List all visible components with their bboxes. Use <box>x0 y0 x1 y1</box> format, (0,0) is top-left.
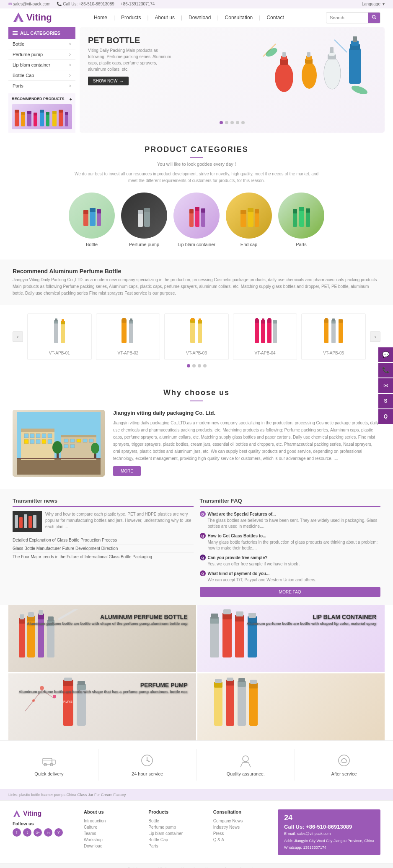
product-card-1[interactable]: VT-APB-01 <box>27 313 92 360</box>
news-main-text: Why and how to compare each plastic type… <box>45 511 194 532</box>
footer-prod-cap[interactable]: Bottle Cap <box>148 837 204 843</box>
footer-about-workshop[interactable]: Workshop <box>84 837 140 843</box>
svg-rect-113 <box>36 434 40 438</box>
news-link-1[interactable]: Detailed Explanation of Glass Bottle Pro… <box>13 536 194 544</box>
dot-3[interactable] <box>230 121 234 124</box>
footer-social: f t G+ in Y <box>13 828 75 837</box>
svg-rect-25 <box>282 52 286 57</box>
search-button[interactable] <box>368 13 380 23</box>
svg-rect-61 <box>248 208 253 212</box>
nav-about[interactable]: About us <box>155 15 175 21</box>
footer-cons-qa[interactable]: Q & A <box>213 837 269 843</box>
nav-home[interactable]: Home <box>94 15 107 21</box>
nav-products[interactable]: Products <box>121 15 141 21</box>
footer-cons-industry[interactable]: Industry News <box>213 824 269 830</box>
search-input[interactable] <box>326 13 368 22</box>
social-facebook[interactable]: f <box>13 828 21 837</box>
dot-1[interactable] <box>220 121 223 124</box>
footer-prod-bottle[interactable]: Bottle <box>148 818 204 824</box>
footer-prod-lip[interactable]: Lip blam container <box>148 830 204 837</box>
svg-rect-46 <box>97 213 101 226</box>
category-perfume-pump[interactable]: Perfume pump <box>121 193 167 247</box>
svg-rect-9 <box>27 111 31 114</box>
svg-rect-99 <box>324 321 328 343</box>
logo[interactable]: Viting <box>13 12 52 23</box>
category-parts[interactable]: Parts <box>278 193 324 247</box>
svg-rect-187 <box>249 687 258 726</box>
slider-dot-3[interactable] <box>198 364 201 367</box>
footer-prod-perfume[interactable]: Perfume pump <box>148 824 204 830</box>
svg-rect-5 <box>15 110 19 113</box>
svg-rect-104 <box>332 318 335 321</box>
float-skype[interactable]: S <box>378 394 393 408</box>
svg-rect-159 <box>223 609 231 614</box>
footer-prod-parts[interactable]: Parts <box>148 843 204 849</box>
footer-about-col: About us Introduction Culture Teams Work… <box>84 809 140 855</box>
social-twitter[interactable]: t <box>23 828 31 837</box>
footer-cons-company[interactable]: Company News <box>213 818 269 824</box>
dot-4[interactable] <box>236 121 239 124</box>
slider-dot-1[interactable] <box>187 364 190 367</box>
showcase-aluminum-perfume[interactable]: ALUMINUM PERFUME BOTTLE Aluminum perfume… <box>8 605 196 672</box>
nav-consultation[interactable]: Consultation <box>225 15 253 21</box>
sidebar-item-bottle[interactable]: Bottle > <box>8 39 75 49</box>
delivery-icon <box>41 753 56 768</box>
show-now-button[interactable]: SHOW NOW → <box>88 77 129 85</box>
footer-cons-press[interactable]: Press <box>213 830 269 837</box>
svg-rect-150 <box>47 624 54 657</box>
footer-about-teams[interactable]: Teams <box>84 830 140 837</box>
slider-dot-4[interactable] <box>203 364 207 367</box>
slider-dot-2[interactable] <box>192 364 196 367</box>
footer-about-intro[interactable]: Introduction <box>84 818 140 824</box>
svg-rect-108 <box>17 458 101 475</box>
float-qq[interactable]: Q <box>378 409 393 424</box>
svg-rect-7 <box>21 112 25 115</box>
product-card-5[interactable]: VT-APB-05 <box>301 313 366 360</box>
product-card-4[interactable]: VT-APB-04 <box>233 313 297 360</box>
svg-point-198 <box>147 760 148 761</box>
more-button[interactable]: MORE <box>113 466 141 476</box>
more-faq-button[interactable]: MORE FAQ <box>200 587 381 597</box>
float-phone[interactable]: 📞 <box>378 363 393 378</box>
news-link-2[interactable]: Glass Bottle Manufacturer Future Develop… <box>13 544 194 553</box>
footer-about-culture[interactable]: Culture <box>84 824 140 830</box>
footer-logo[interactable]: Viting <box>13 809 75 818</box>
nav-contact[interactable]: Contact <box>266 15 284 21</box>
svg-rect-54 <box>195 210 199 227</box>
slider-prev-button[interactable]: ‹ <box>13 331 23 342</box>
dot-5[interactable] <box>241 121 245 124</box>
showcase-item-4[interactable] <box>197 673 385 740</box>
dot-2[interactable] <box>225 121 228 124</box>
category-bottle[interactable]: Bottle <box>69 193 115 247</box>
menu-icon <box>13 31 18 35</box>
svg-point-41 <box>350 84 368 94</box>
category-end-cap[interactable]: End cap <box>226 193 272 247</box>
product-card-2[interactable]: VT-APB-02 <box>96 313 160 360</box>
social-youtube[interactable]: Y <box>54 828 63 837</box>
top-bar-language[interactable]: Language ▾ <box>362 2 385 6</box>
showcase-perfume-pump-left[interactable]: RUYS PERFUME PUMP Aluminum perfume bottl… <box>8 673 196 740</box>
float-whatsapp[interactable]: 💬 <box>378 347 393 362</box>
showcase-lip-blam[interactable]: LIP BLAM CONTAINER Aluminum perfume bott… <box>197 605 385 672</box>
svg-rect-117 <box>30 439 34 444</box>
sidebar-item-lip-blam[interactable]: Lip blam container > <box>8 60 75 70</box>
footer-about-download[interactable]: Download <box>84 843 140 849</box>
service-label-quality: Quality assurance. <box>201 771 291 776</box>
social-google[interactable]: G+ <box>34 828 42 837</box>
svg-rect-57 <box>201 208 205 213</box>
category-lip-blam[interactable]: Lip blam container <box>173 193 220 247</box>
sidebar-item-bottle-cap[interactable]: Bottle Cap > <box>8 70 75 81</box>
sidebar-item-perfume-pump[interactable]: Perfume pump > <box>8 49 75 60</box>
sidebar-item-parts[interactable]: Parts > <box>8 81 75 91</box>
top-bar-phone1: 📞 Call Us: +86-510-86913089 <box>57 2 114 6</box>
svg-rect-106 <box>339 319 343 323</box>
social-linkedin[interactable]: in <box>44 828 52 837</box>
clock-icon <box>140 753 155 768</box>
nav-download[interactable]: Download <box>189 15 211 21</box>
news-link-3[interactable]: The Four Major trends in the Future of I… <box>13 553 194 561</box>
arrow-icon: > <box>69 52 71 57</box>
svg-rect-21 <box>65 112 68 115</box>
product-card-3[interactable]: VT-APB-03 <box>164 313 229 360</box>
slider-next-button[interactable]: › <box>370 331 380 342</box>
float-email[interactable]: ✉ <box>378 378 393 393</box>
